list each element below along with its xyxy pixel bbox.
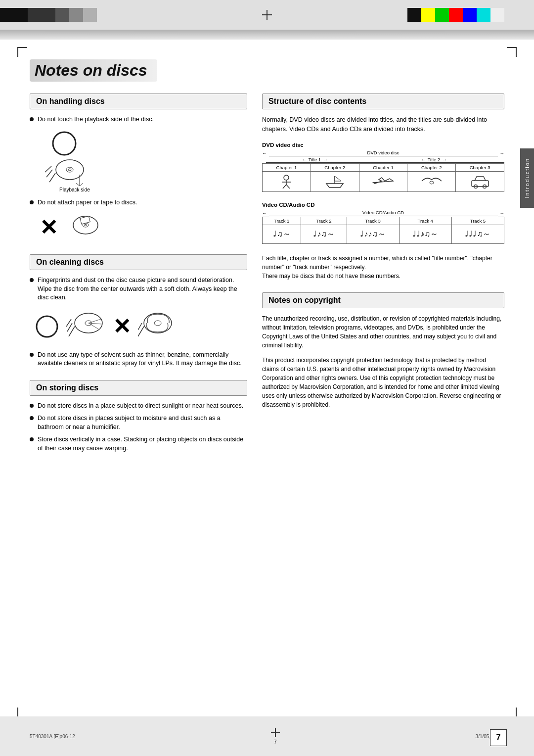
- svg-line-26: [138, 323, 142, 330]
- svg-line-5: [46, 170, 52, 177]
- chapter-img-1: [263, 171, 311, 191]
- color-r-5: [463, 8, 477, 22]
- svg-line-8: [76, 183, 80, 186]
- title1-text-end: →: [323, 157, 328, 162]
- storing-header: On storing discs: [30, 380, 247, 396]
- storing-bullet-2-text: Do not store discs in places subject to …: [38, 414, 247, 431]
- bullet-dot: [30, 117, 34, 121]
- main-content: Notes on discs On handling discs Do not …: [0, 49, 534, 716]
- color-swatch-2: [14, 8, 28, 22]
- page-title: Notes on discs: [30, 59, 157, 82]
- bottom-page-num: 7: [274, 739, 277, 745]
- playback-side-label: Playback side: [59, 187, 90, 192]
- track-1: Track 1: [263, 217, 301, 225]
- storing-bullet-1-text: Do not store discs in a place subject to…: [38, 402, 243, 411]
- track-5: Track 5: [451, 217, 504, 225]
- vcd-structure-wrapper: Video CD/Audio CD ← Video CD/Audio CD → …: [262, 202, 504, 244]
- music-note-4: ♩♩♪♫～: [399, 225, 451, 243]
- bullet-dot-s3: [30, 437, 34, 441]
- title2-name: Title 2: [428, 157, 441, 162]
- vcd-outer-line: ← Video CD/Audio CD →: [262, 210, 504, 216]
- svg-line-6: [45, 166, 51, 172]
- music-note-2: ♩♪♫～: [301, 225, 347, 243]
- cleaning-bullet-2: Do not use any type of solvent such as t…: [30, 351, 247, 368]
- x-mark-icon: ✕: [40, 217, 58, 238]
- color-swatch-1: [0, 8, 14, 22]
- handling-illustration-wrong: ✕: [40, 213, 247, 242]
- bottom-center: 7: [271, 728, 280, 745]
- cleaning-section: On cleaning discs Fingerprints and dust …: [30, 254, 247, 368]
- dvd-label: DVD video disc: [262, 142, 504, 148]
- svg-line-19: [89, 323, 98, 329]
- color-blocks-right: [407, 0, 504, 30]
- cleaning-bullet-2-text: Do not use any type of solvent such as t…: [38, 351, 247, 368]
- svg-point-23: [144, 313, 172, 333]
- cleaning-x-icon: ✕: [113, 316, 131, 337]
- title1-name: Title 1: [309, 157, 321, 162]
- color-swatch-6: [69, 8, 83, 22]
- chapter-img-3: [359, 171, 407, 191]
- right-column: Structure of disc contents Normally, DVD…: [262, 94, 504, 465]
- color-swatch-4: [42, 8, 55, 22]
- handling-bullet-2: Do not attach paper or tape to discs.: [30, 198, 247, 207]
- left-column: On handling discs Do not touch the playb…: [30, 94, 247, 465]
- svg-rect-13: [80, 216, 90, 224]
- each-title-text: Each title, chapter or track is assigned…: [262, 254, 504, 281]
- page-title-container: Notes on discs: [30, 59, 504, 82]
- disc-image-3: [371, 174, 396, 189]
- title2-label: ← Title 2 →: [363, 157, 504, 163]
- svg-line-9: [80, 183, 83, 186]
- cleaning-bullet-1: Fingerprints and dust on the disc cause …: [30, 276, 247, 302]
- bullet-dot-2: [30, 200, 34, 204]
- correct-disc-group: Playback side: [40, 130, 90, 192]
- chapter-4: Chapter 2: [407, 163, 456, 171]
- structure-section: Structure of disc contents Normally, DVD…: [262, 94, 504, 281]
- disc-image-4: [419, 174, 444, 189]
- track-3: Track 3: [347, 217, 399, 225]
- bullet-dot-c2: [30, 353, 34, 357]
- cleaning-illustrations: ✕: [35, 309, 247, 344]
- structure-body: Normally, DVD video discs are divided in…: [262, 115, 504, 281]
- wrong-disc-icon: [66, 213, 100, 242]
- chapter-img-2: [311, 171, 359, 191]
- chapter-image-row: [263, 171, 504, 191]
- gradient-bar: [0, 30, 534, 40]
- track-label-row: Track 1 Track 2 Track 3 Track 4 Track 5: [263, 217, 504, 225]
- title2-text: ←: [421, 157, 426, 162]
- chapter-img-4: [407, 171, 456, 191]
- svg-line-30: [283, 185, 286, 189]
- copyright-header: Notes on copyright: [262, 292, 504, 308]
- page-number: 7: [496, 733, 501, 742]
- storing-bullet-1: Do not store discs in a place subject to…: [30, 402, 247, 411]
- dvd-outer-line: ← DVD video disc →: [262, 150, 504, 156]
- svg-point-3: [68, 169, 71, 171]
- color-swatch-5: [55, 8, 69, 22]
- vcd-tracks-table: Track 1 Track 2 Track 3 Track 4 Track 5 …: [262, 217, 504, 244]
- svg-line-18: [89, 323, 102, 324]
- chapter-label-row: Chapter 1 Chapter 2 Chapter 1 Chapter 2 …: [263, 163, 504, 171]
- chapter-3: Chapter 1: [359, 163, 407, 171]
- storing-section: On storing discs Do not store discs in a…: [30, 380, 247, 453]
- chapter-img-5: [456, 171, 504, 191]
- handling-body: Do not touch the playback side of the di…: [30, 115, 247, 242]
- copyright-section: Notes on copyright The unauthorized reco…: [262, 292, 504, 409]
- handling-bullet-2-text: Do not attach paper or tape to discs.: [38, 198, 137, 207]
- bullet-dot-s1: [30, 404, 34, 408]
- color-blocks-left: [0, 8, 97, 22]
- bullet-dot-s2: [30, 416, 34, 420]
- color-swatch-7: [83, 8, 97, 22]
- cleaning-bullet-1-text: Fingerprints and dust on the disc cause …: [38, 276, 247, 302]
- cleaning-ok-icon: [35, 314, 59, 339]
- bottom-bar: 5T40301A [E]p06-12 7 3/1/05, 10:15: [0, 716, 534, 756]
- chapter-1: Chapter 1: [263, 163, 311, 171]
- structure-intro: Normally, DVD video discs are divided in…: [262, 115, 504, 134]
- bottom-left-code: 5T40301A [E]p06-12: [30, 734, 75, 739]
- crosshair-top: [262, 0, 272, 30]
- color-r-6: [477, 8, 490, 22]
- columns-layout: On handling discs Do not touch the playb…: [30, 94, 504, 465]
- dvd-outer-arrow-start: ←: [262, 150, 267, 156]
- structure-header: Structure of disc contents: [262, 94, 504, 109]
- title2-text-end: →: [442, 157, 447, 162]
- color-r-3: [435, 8, 449, 22]
- cleaning-header: On cleaning discs: [30, 254, 247, 270]
